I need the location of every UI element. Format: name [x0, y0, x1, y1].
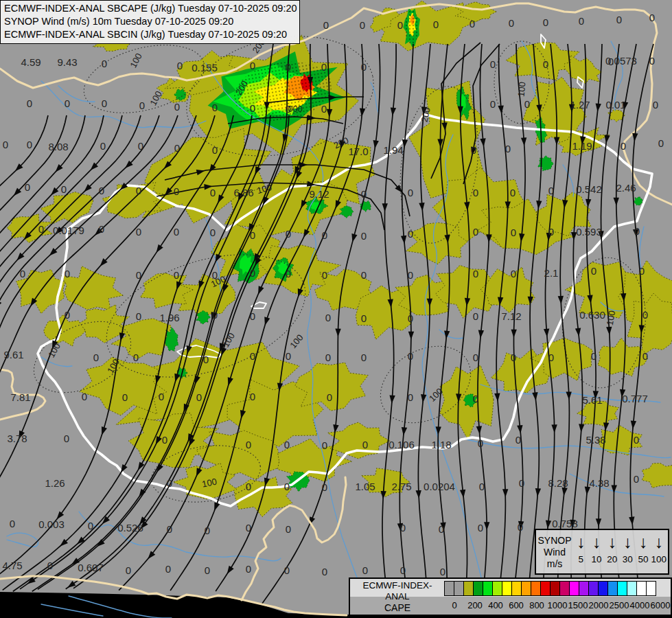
cape-legend-box: ECMWF-INDEX-ANAL CAPE J/kg 0200400600800…	[349, 577, 672, 616]
cape-scale-cell	[531, 581, 541, 596]
wind-arrow-icon: ↓	[573, 531, 589, 554]
wind-speed-value: 5	[573, 554, 589, 564]
wind-speed-item: ↓50	[636, 531, 651, 573]
wind-legend-label: SYNOP Wind m/s	[536, 530, 573, 573]
cape-scale-cell	[444, 581, 454, 596]
title-line-sbcape: ECMWF-INDEX-ANAL SBCAPE (J/kg) Tuesday 0…	[4, 2, 299, 15]
cape-color-scale	[444, 581, 656, 596]
cape-scale-tick: 400	[488, 600, 503, 610]
cape-scale-cell	[473, 581, 483, 596]
wind-arrow-icon: ↓	[620, 531, 636, 554]
wind-speed-item: ↓20	[604, 531, 620, 573]
cape-scale-cell	[559, 581, 570, 596]
cape-scale-tick: 0	[452, 600, 456, 610]
wind-speed-item: ↓100	[651, 531, 667, 573]
cape-scale-cell	[607, 581, 618, 596]
wind-speed-item: ↓30	[620, 531, 636, 573]
wind-legend-source: SYNOP	[536, 535, 573, 547]
cape-scale-cell	[540, 581, 551, 596]
wind-legend-unit: m/s	[536, 558, 573, 570]
wind-speed-item: ↓10	[589, 531, 605, 573]
cape-scale-cell	[492, 581, 502, 596]
cape-scale-cell	[617, 581, 627, 596]
wind-legend-param: Wind	[536, 547, 573, 558]
weather-map-canvas	[0, 0, 672, 618]
cape-scale-ticks: 0200400600800100015002000250040006000	[350, 600, 671, 613]
wind-arrow-icon: ↓	[604, 531, 620, 554]
cape-scale-tick: 1000	[548, 600, 568, 610]
cape-legend-unit: J/kg	[351, 615, 443, 618]
cape-scale-cell	[454, 581, 464, 596]
title-line-sbcin: ECMWF-INDEX-ANAL SBCIN (J/kg) Tuesday 07…	[4, 28, 299, 41]
cape-scale-cell	[636, 581, 647, 596]
cape-scale-cell	[483, 581, 493, 596]
cape-scale-cell	[550, 581, 560, 596]
cape-scale-tick: 200	[467, 600, 483, 610]
cape-scale-tick: 1500	[568, 600, 588, 610]
wind-speed-value: 50	[636, 554, 651, 564]
title-line-wind: SYNOP Wind (m/s) 10m Tuesday 07-10-2025 …	[4, 15, 299, 28]
cape-scale-cell	[521, 581, 531, 596]
wind-speed-value: 100	[651, 554, 667, 564]
cape-scale-cell	[502, 581, 512, 596]
cape-scale-cell	[569, 581, 579, 596]
cape-legend-model: ECMWF-INDEX-ANAL	[351, 580, 443, 602]
cape-scale-cell	[579, 581, 589, 596]
wind-legend-box: SYNOP Wind m/s ↓5↓10↓20↓30↓50↓100	[535, 529, 669, 575]
wind-speed-value: 10	[589, 554, 605, 564]
cape-scale-cell	[598, 581, 608, 596]
cape-scale-cell	[511, 581, 522, 596]
wind-speed-value: 30	[620, 554, 636, 564]
cape-scale-cell	[588, 581, 599, 596]
cape-scale-cell	[627, 581, 637, 596]
cape-scale-tick: 6000	[651, 600, 671, 610]
cape-scale-cell	[463, 581, 474, 596]
weather-map-stage: 0000000000000000000000000000000000000000…	[0, 0, 672, 618]
cape-scale-tick: 2000	[589, 600, 609, 610]
wind-arrow-icon: ↓	[651, 531, 667, 554]
map-title-box: ECMWF-INDEX-ANAL SBCAPE (J/kg) Tuesday 0…	[0, 0, 300, 44]
cape-scale-tick: 800	[529, 600, 544, 610]
cape-scale-cell	[646, 581, 656, 596]
cape-scale-tick: 600	[509, 600, 524, 610]
wind-arrow-icon: ↓	[636, 531, 651, 554]
wind-arrow-icon: ↓	[589, 531, 605, 554]
cape-scale-tick: 4000	[630, 600, 650, 610]
wind-speed-value: 20	[604, 554, 620, 564]
wind-speed-item: ↓5	[573, 531, 589, 573]
wind-speed-scale: ↓5↓10↓20↓30↓50↓100	[573, 530, 668, 573]
cape-scale-tick: 2500	[610, 600, 629, 610]
